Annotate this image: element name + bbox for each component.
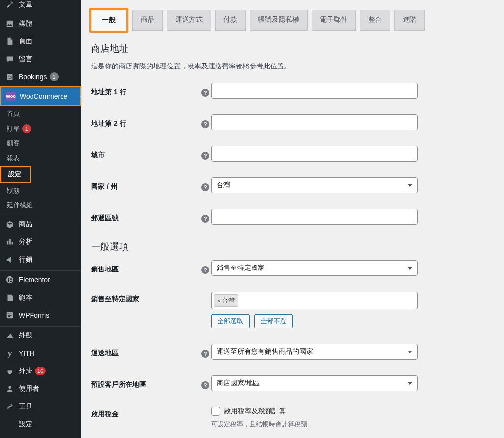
chip-remove-icon[interactable]: × [217, 297, 221, 304]
highlight-submenu-settings: 設定 [0, 166, 32, 183]
submenu-orders[interactable]: 訂單1 [0, 121, 81, 136]
label-enable-tax: 啟用稅金 [91, 407, 199, 419]
select-ship-to[interactable]: 運送至所有您有銷售商品的國家 [211, 344, 418, 360]
count-badge: 1 [22, 124, 31, 133]
tab-integration[interactable]: 整合 [360, 10, 390, 31]
submenu-label: 訂單 [7, 124, 20, 133]
sidebar-item-analytics[interactable]: 分析 [0, 233, 81, 251]
sidebar-item-label: 留言 [19, 55, 32, 64]
submenu-status[interactable]: 狀態 [0, 183, 81, 198]
sidebar-item-media[interactable]: 媒體 [0, 15, 81, 33]
svg-point-7 [8, 386, 11, 389]
tab-accounts-privacy[interactable]: 帳號及隱私權 [250, 10, 308, 31]
checkbox-enable-tax-wrap[interactable]: 啟用稅率及稅額計算 [211, 407, 418, 416]
chip-taiwan[interactable]: ×台灣 [214, 294, 238, 307]
sidebar-item-label: 使用者 [19, 384, 39, 393]
sidebar-item-label: 商品 [19, 220, 32, 229]
sidebar-item-appearance[interactable]: 外觀 [0, 327, 81, 344]
submenu-label: 首頁 [7, 109, 20, 118]
count-badge: 16 [35, 367, 46, 375]
help-icon[interactable]: ? [201, 120, 209, 128]
label-address2: 地址第 2 行 [91, 116, 199, 128]
help-icon[interactable]: ? [201, 183, 209, 191]
sidebar-item-label: 文章 [19, 0, 32, 9]
sidebar-item-comments[interactable]: 留言 [0, 50, 81, 68]
settings-tabs: 一般 商品 運送方式 付款 帳號及隱私權 電子郵件 整合 進階 [91, 10, 494, 31]
svg-text:10: 10 [8, 76, 12, 79]
input-city[interactable] [211, 146, 418, 162]
tab-advanced[interactable]: 進階 [394, 10, 425, 31]
select-default-location[interactable]: 商店國家/地區 [211, 375, 418, 391]
sidebar-item-label: 設定 [19, 420, 32, 429]
submenu-label: 延伸模組 [7, 201, 32, 210]
comment-icon [5, 54, 15, 64]
tab-shipping[interactable]: 運送方式 [167, 10, 211, 31]
submenu-label: 設定 [8, 170, 21, 179]
sidebar-item-yith[interactable]: y YITH [0, 344, 81, 362]
tab-payments[interactable]: 付款 [215, 10, 246, 31]
select-country[interactable]: 台灣 [211, 177, 418, 193]
row-postcode: 郵遞區號 ? [91, 209, 494, 225]
submenu-label: 報表 [7, 154, 20, 163]
sidebar-item-products[interactable]: 商品 [0, 215, 81, 233]
select-none-button[interactable]: 全部不選 [254, 314, 293, 328]
row-sell-countries: 銷售至特定國家 ×台灣 全部選取 全部不選 [91, 292, 494, 328]
sidebar-item-marketing[interactable]: 行銷 [0, 251, 81, 269]
sidebar-item-label: 頁面 [19, 37, 32, 46]
sidebar-item-bookings[interactable]: 10 Bookings 1 [0, 68, 81, 86]
sidebar-item-label: Bookings [19, 73, 47, 81]
sidebar-item-wpforms[interactable]: WPForms [0, 306, 81, 324]
page-icon [5, 36, 15, 46]
input-address1[interactable] [211, 83, 418, 99]
row-address2: 地址第 2 行 ? [91, 114, 494, 130]
tab-general[interactable]: 一般 [89, 8, 128, 33]
plugins-icon [5, 366, 15, 376]
submenu-home[interactable]: 首頁 [0, 106, 81, 121]
enable-tax-hint: 可設定稅率，且結帳時會計算稅額。 [211, 420, 418, 429]
submenu-extensions[interactable]: 延伸模組 [0, 198, 81, 213]
sidebar-item-users[interactable]: 使用者 [0, 380, 81, 398]
tab-products[interactable]: 商品 [132, 10, 163, 31]
sidebar-item-label: 工具 [19, 402, 32, 411]
label-sell-countries: 銷售至特定國家 [91, 292, 199, 303]
row-sell-to: 銷售地區 ? 銷售至特定國家 [91, 260, 494, 276]
sidebar-item-label: WPForms [19, 311, 49, 319]
users-icon [5, 384, 15, 394]
help-icon[interactable]: ? [201, 381, 209, 389]
select-sell-to[interactable]: 銷售至特定國家 [211, 260, 418, 276]
sidebar-item-elementor[interactable]: Elementor [0, 271, 81, 289]
submenu-settings[interactable]: 設定 [1, 167, 30, 182]
sidebar-item-woocommerce[interactable]: Woo WooCommerce [1, 87, 80, 105]
store-address-heading: 商店地址 [91, 42, 494, 55]
help-icon[interactable]: ? [201, 89, 209, 97]
input-address2[interactable] [211, 114, 418, 130]
submenu-customers[interactable]: 顧客 [0, 136, 81, 151]
sidebar-item-posts-partial[interactable]: 文章 [0, 0, 81, 15]
count-badge: 1 [50, 72, 59, 81]
sidebar-item-tools[interactable]: 工具 [0, 398, 81, 415]
select-value: 台灣 [217, 181, 230, 190]
sidebar-item-templates[interactable]: 範本 [0, 289, 81, 306]
sidebar-item-label: YITH [19, 349, 34, 357]
help-icon[interactable]: ? [201, 215, 209, 223]
template-icon [5, 293, 15, 303]
tab-emails[interactable]: 電子郵件 [312, 10, 356, 31]
sidebar-item-plugins[interactable]: 外掛 16 [0, 362, 81, 380]
select-all-button[interactable]: 全部選取 [211, 314, 250, 328]
sidebar-item-wpmailsmtp[interactable]: WP Mail SMTP [0, 433, 81, 438]
sidebar-item-label: WooCommerce [20, 92, 67, 100]
sidebar-item-settings[interactable]: 設定 [0, 415, 81, 433]
submenu-label: 狀態 [7, 186, 20, 195]
multiselect-sell-countries[interactable]: ×台灣 [211, 292, 418, 309]
checkbox-enable-tax[interactable] [211, 407, 220, 416]
help-icon[interactable]: ? [201, 152, 209, 160]
analytics-icon [5, 237, 15, 247]
row-default-location: 預設客戶所在地區 ? 商店國家/地區 [91, 375, 494, 391]
label-postcode: 郵遞區號 [91, 211, 199, 223]
sidebar-item-pages[interactable]: 頁面 [0, 33, 81, 50]
help-icon[interactable]: ? [201, 266, 209, 274]
help-icon[interactable]: ? [201, 350, 209, 358]
label-default-location: 預設客戶所在地區 [91, 377, 199, 389]
input-postcode[interactable] [211, 209, 418, 225]
submenu-reports[interactable]: 報表 [0, 151, 81, 166]
